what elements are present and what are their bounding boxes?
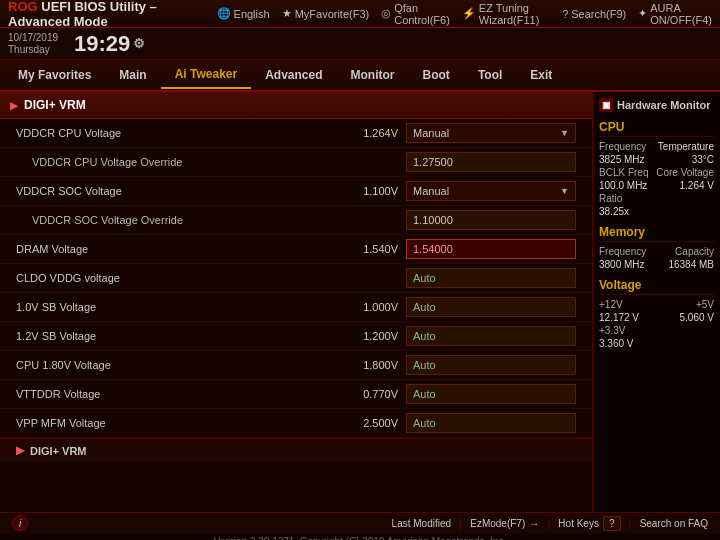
dropdown-arrow-icon: ▼ xyxy=(560,128,569,138)
setting-label: VDDCR CPU Voltage xyxy=(16,127,353,139)
nav-monitor[interactable]: Monitor xyxy=(337,62,409,88)
hw-section-voltage: Voltage xyxy=(599,278,714,295)
myfavorite-button[interactable]: ★ MyFavorite(F3) xyxy=(282,7,370,20)
search-faq-button[interactable]: Search on FAQ xyxy=(640,518,708,529)
setting-control[interactable] xyxy=(406,210,576,230)
setting-label: CLDO VDDG voltage xyxy=(16,272,353,284)
nav-ai-tweaker[interactable]: Ai Tweaker xyxy=(161,61,251,89)
text-input[interactable] xyxy=(406,268,576,288)
content-area: ▶ DIGI+ VRM VDDCR CPU Voltage 1.264V Man… xyxy=(0,92,592,512)
setting-vddcr-soc-override: VDDCR SOC Voltage Override xyxy=(0,206,592,235)
nav-main[interactable]: Main xyxy=(105,62,160,88)
setting-vddcr-soc-voltage: VDDCR SOC Voltage 1.100V Manual ▼ xyxy=(0,177,592,206)
setting-cpu-1v8: CPU 1.80V Voltage 1.800V xyxy=(0,351,592,380)
current-value: 1.200V xyxy=(353,330,398,342)
digi-vrm-header[interactable]: ▶ DIGI+ VRM xyxy=(0,92,592,119)
setting-label: CPU 1.80V Voltage xyxy=(16,359,353,371)
title-bar: ROG UEFI BIOS Utility – Advanced Mode 🌐 … xyxy=(0,0,720,28)
ezmode-button[interactable]: EzMode(F7) → xyxy=(470,518,539,529)
pipe-divider: | xyxy=(459,516,462,530)
hw-section-memory: Memory xyxy=(599,225,714,242)
hw-monitor-icon: ▣ xyxy=(599,98,613,112)
current-value: 2.500V xyxy=(353,417,398,429)
app-title: ROG UEFI BIOS Utility – Advanced Mode xyxy=(8,0,217,29)
time-display: 19:29 ⚙ xyxy=(74,31,145,57)
current-value: 1.540V xyxy=(353,243,398,255)
hw-row: Frequency Temperature xyxy=(599,141,714,152)
footer-arrow-icon: ▶ xyxy=(16,444,24,457)
eztuning-button[interactable]: ⚡ EZ Tuning Wizard(F11) xyxy=(462,2,550,26)
section-arrow-icon: ▶ xyxy=(10,100,18,111)
nav-boot[interactable]: Boot xyxy=(409,62,464,88)
hw-row: 3.360 V xyxy=(599,338,714,349)
aura-button[interactable]: ✦ AURA ON/OFF(F4) xyxy=(638,2,712,26)
setting-1v0-sb: 1.0V SB Voltage 1.000V xyxy=(0,293,592,322)
setting-label: VDDCR CPU Voltage Override xyxy=(16,156,353,168)
setting-vttddr: VTTDDR Voltage 0.770V xyxy=(0,380,592,409)
last-modified-item: Last Modified xyxy=(392,518,451,529)
setting-1v2-sb: 1.2V SB Voltage 1.200V xyxy=(0,322,592,351)
dropdown-manual[interactable]: Manual ▼ xyxy=(406,123,576,143)
setting-vddcr-cpu-override: VDDCR CPU Voltage Override xyxy=(0,148,592,177)
footer-digi-vrm: ▶ DIGI+ VRM xyxy=(0,438,592,462)
setting-control[interactable] xyxy=(406,326,576,346)
hw-monitor-title: ▣ Hardware Monitor xyxy=(599,98,714,112)
setting-dram-voltage: DRAM Voltage 1.540V xyxy=(0,235,592,264)
text-input[interactable] xyxy=(406,355,576,375)
hw-row: 100.0 MHz 1.264 V xyxy=(599,180,714,191)
english-button[interactable]: 🌐 English xyxy=(217,7,270,20)
info-icon[interactable]: i xyxy=(12,515,28,531)
setting-control[interactable] xyxy=(406,239,576,259)
setting-control[interactable] xyxy=(406,152,576,172)
ezmode-arrow-icon: → xyxy=(529,518,539,529)
setting-control[interactable] xyxy=(406,268,576,288)
info-icon-button[interactable]: i xyxy=(12,515,28,531)
text-input[interactable] xyxy=(406,239,576,259)
setting-vddcr-cpu-voltage: VDDCR CPU Voltage 1.264V Manual ▼ xyxy=(0,119,592,148)
nav-exit[interactable]: Exit xyxy=(516,62,566,88)
hw-row: Ratio xyxy=(599,193,714,204)
hw-monitor-panel: ▣ Hardware Monitor CPU Frequency Tempera… xyxy=(592,92,720,512)
nav-bar: My Favorites Main Ai Tweaker Advanced Mo… xyxy=(0,60,720,92)
setting-control[interactable]: Manual ▼ xyxy=(406,181,576,201)
hw-row: +12V +5V xyxy=(599,299,714,310)
current-value: 1.800V xyxy=(353,359,398,371)
setting-label: VTTDDR Voltage xyxy=(16,388,353,400)
top-icons: 🌐 English ★ MyFavorite(F3) ◎ Qfan Contro… xyxy=(217,2,712,26)
dropdown-arrow-icon: ▼ xyxy=(560,186,569,196)
current-value: 1.000V xyxy=(353,301,398,313)
datetime-bar: 10/17/2019 Thursday 19:29 ⚙ xyxy=(0,28,720,60)
setting-control[interactable] xyxy=(406,413,576,433)
nav-tool[interactable]: Tool xyxy=(464,62,516,88)
current-value: 1.264V xyxy=(353,127,398,139)
nav-advanced[interactable]: Advanced xyxy=(251,62,336,88)
hw-row: 3825 MHz 33°C xyxy=(599,154,714,165)
text-input[interactable] xyxy=(406,326,576,346)
qfan-button[interactable]: ◎ Qfan Control(F6) xyxy=(381,2,450,26)
setting-control[interactable]: Manual ▼ xyxy=(406,123,576,143)
time-settings-icon[interactable]: ⚙ xyxy=(133,36,145,51)
hw-row: Frequency Capacity xyxy=(599,246,714,257)
text-input[interactable] xyxy=(406,210,576,230)
text-input[interactable] xyxy=(406,152,576,172)
text-input[interactable] xyxy=(406,384,576,404)
footer-label: DIGI+ VRM xyxy=(30,445,87,457)
setting-label: 1.0V SB Voltage xyxy=(16,301,353,313)
dropdown-manual[interactable]: Manual ▼ xyxy=(406,181,576,201)
search-button[interactable]: ? Search(F9) xyxy=(562,8,626,20)
nav-my-favorites[interactable]: My Favorites xyxy=(4,62,105,88)
setting-label: 1.2V SB Voltage xyxy=(16,330,353,342)
setting-control[interactable] xyxy=(406,384,576,404)
section-label: DIGI+ VRM xyxy=(24,98,86,112)
hotkeys-button[interactable]: Hot Keys ? xyxy=(558,516,620,531)
copyright-bar: Version 2.20.1271. Copyright (C) 2019 Am… xyxy=(0,533,720,540)
setting-label: VPP MFM Voltage xyxy=(16,417,353,429)
pipe-divider: | xyxy=(547,516,550,530)
text-input[interactable] xyxy=(406,297,576,317)
setting-vpp-mfm: VPP MFM Voltage 2.500V xyxy=(0,409,592,438)
bottom-section: i Last Modified | EzMode(F7) → | Hot Key… xyxy=(0,512,720,540)
text-input[interactable] xyxy=(406,413,576,433)
rog-brand: ROG xyxy=(8,0,38,14)
setting-control[interactable] xyxy=(406,297,576,317)
setting-control[interactable] xyxy=(406,355,576,375)
